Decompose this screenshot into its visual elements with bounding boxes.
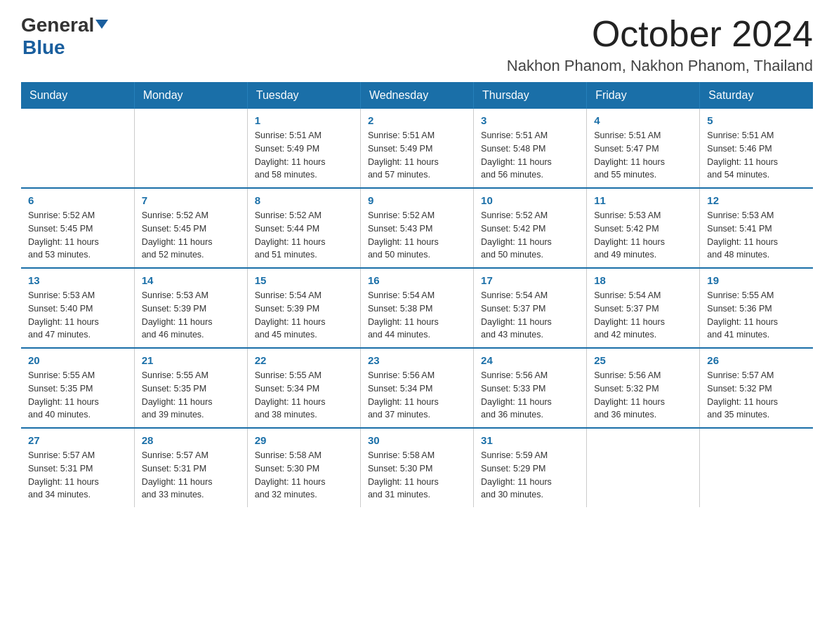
calendar-header-saturday: Saturday xyxy=(700,82,813,109)
day-number: 11 xyxy=(594,194,692,206)
subtitle: Nakhon Phanom, Nakhon Phanom, Thailand xyxy=(507,57,813,75)
day-number: 21 xyxy=(142,354,240,366)
calendar-week-row: 6Sunrise: 5:52 AM Sunset: 5:45 PM Daylig… xyxy=(21,188,813,268)
day-info: Sunrise: 5:56 AM Sunset: 5:33 PM Dayligh… xyxy=(481,369,579,422)
day-number: 6 xyxy=(28,194,127,206)
day-info: Sunrise: 5:53 AM Sunset: 5:41 PM Dayligh… xyxy=(707,209,806,262)
calendar-cell: 26Sunrise: 5:57 AM Sunset: 5:32 PM Dayli… xyxy=(700,348,813,428)
calendar-cell: 24Sunrise: 5:56 AM Sunset: 5:33 PM Dayli… xyxy=(474,348,587,428)
calendar-cell: 3Sunrise: 5:51 AM Sunset: 5:48 PM Daylig… xyxy=(474,109,587,188)
calendar-cell: 31Sunrise: 5:59 AM Sunset: 5:29 PM Dayli… xyxy=(474,428,587,507)
day-info: Sunrise: 5:58 AM Sunset: 5:30 PM Dayligh… xyxy=(255,449,353,502)
calendar-cell: 5Sunrise: 5:51 AM Sunset: 5:46 PM Daylig… xyxy=(700,109,813,188)
day-info: Sunrise: 5:55 AM Sunset: 5:36 PM Dayligh… xyxy=(707,289,806,342)
main-title: October 2024 xyxy=(507,14,813,54)
calendar-cell: 20Sunrise: 5:55 AM Sunset: 5:35 PM Dayli… xyxy=(21,348,134,428)
calendar-cell: 8Sunrise: 5:52 AM Sunset: 5:44 PM Daylig… xyxy=(247,188,360,268)
day-info: Sunrise: 5:51 AM Sunset: 5:49 PM Dayligh… xyxy=(255,129,353,182)
day-number: 7 xyxy=(142,194,240,206)
day-number: 5 xyxy=(707,114,806,126)
logo-general-text: General xyxy=(21,14,94,36)
day-number: 3 xyxy=(481,114,579,126)
calendar-cell: 23Sunrise: 5:56 AM Sunset: 5:34 PM Dayli… xyxy=(360,348,473,428)
calendar-cell: 12Sunrise: 5:53 AM Sunset: 5:41 PM Dayli… xyxy=(700,188,813,268)
calendar-cell: 11Sunrise: 5:53 AM Sunset: 5:42 PM Dayli… xyxy=(587,188,700,268)
day-number: 9 xyxy=(368,194,466,206)
day-info: Sunrise: 5:53 AM Sunset: 5:39 PM Dayligh… xyxy=(142,289,240,342)
calendar-cell: 22Sunrise: 5:55 AM Sunset: 5:34 PM Dayli… xyxy=(247,348,360,428)
logo: General Blue xyxy=(21,14,108,59)
calendar-cell: 25Sunrise: 5:56 AM Sunset: 5:32 PM Dayli… xyxy=(587,348,700,428)
calendar-cell: 14Sunrise: 5:53 AM Sunset: 5:39 PM Dayli… xyxy=(134,268,247,348)
calendar-cell: 9Sunrise: 5:52 AM Sunset: 5:43 PM Daylig… xyxy=(360,188,473,268)
day-info: Sunrise: 5:55 AM Sunset: 5:35 PM Dayligh… xyxy=(142,369,240,422)
calendar-week-row: 13Sunrise: 5:53 AM Sunset: 5:40 PM Dayli… xyxy=(21,268,813,348)
calendar-cell: 13Sunrise: 5:53 AM Sunset: 5:40 PM Dayli… xyxy=(21,268,134,348)
logo-row1: General xyxy=(21,14,108,36)
day-number: 23 xyxy=(368,354,466,366)
day-info: Sunrise: 5:52 AM Sunset: 5:45 PM Dayligh… xyxy=(28,209,127,262)
day-number: 31 xyxy=(481,434,579,446)
day-info: Sunrise: 5:54 AM Sunset: 5:38 PM Dayligh… xyxy=(368,289,466,342)
calendar-cell: 10Sunrise: 5:52 AM Sunset: 5:42 PM Dayli… xyxy=(474,188,587,268)
calendar-cell: 21Sunrise: 5:55 AM Sunset: 5:35 PM Dayli… xyxy=(134,348,247,428)
day-number: 22 xyxy=(255,354,353,366)
day-info: Sunrise: 5:51 AM Sunset: 5:47 PM Dayligh… xyxy=(594,129,692,182)
day-number: 29 xyxy=(255,434,353,446)
logo-blue-text: Blue xyxy=(21,36,108,59)
calendar-header-wednesday: Wednesday xyxy=(360,82,473,109)
day-number: 12 xyxy=(707,194,806,206)
calendar-week-row: 27Sunrise: 5:57 AM Sunset: 5:31 PM Dayli… xyxy=(21,428,813,507)
day-number: 24 xyxy=(481,354,579,366)
calendar-cell xyxy=(587,428,700,507)
calendar-cell xyxy=(21,109,134,188)
calendar-header-row: SundayMondayTuesdayWednesdayThursdayFrid… xyxy=(21,82,813,109)
day-info: Sunrise: 5:52 AM Sunset: 5:45 PM Dayligh… xyxy=(142,209,240,262)
day-number: 16 xyxy=(368,274,466,286)
calendar-cell: 2Sunrise: 5:51 AM Sunset: 5:49 PM Daylig… xyxy=(360,109,473,188)
logo-triangle-icon xyxy=(95,20,108,29)
calendar-cell: 19Sunrise: 5:55 AM Sunset: 5:36 PM Dayli… xyxy=(700,268,813,348)
day-info: Sunrise: 5:53 AM Sunset: 5:42 PM Dayligh… xyxy=(594,209,692,262)
calendar-week-row: 20Sunrise: 5:55 AM Sunset: 5:35 PM Dayli… xyxy=(21,348,813,428)
day-info: Sunrise: 5:57 AM Sunset: 5:31 PM Dayligh… xyxy=(142,449,240,502)
day-number: 8 xyxy=(255,194,353,206)
day-info: Sunrise: 5:55 AM Sunset: 5:35 PM Dayligh… xyxy=(28,369,127,422)
day-number: 28 xyxy=(142,434,240,446)
calendar-cell xyxy=(134,109,247,188)
calendar-header-thursday: Thursday xyxy=(474,82,587,109)
day-info: Sunrise: 5:52 AM Sunset: 5:42 PM Dayligh… xyxy=(481,209,579,262)
calendar-cell: 15Sunrise: 5:54 AM Sunset: 5:39 PM Dayli… xyxy=(247,268,360,348)
day-number: 13 xyxy=(28,274,127,286)
day-number: 18 xyxy=(594,274,692,286)
day-number: 10 xyxy=(481,194,579,206)
calendar-week-row: 1Sunrise: 5:51 AM Sunset: 5:49 PM Daylig… xyxy=(21,109,813,188)
calendar-cell: 18Sunrise: 5:54 AM Sunset: 5:37 PM Dayli… xyxy=(587,268,700,348)
calendar-cell: 30Sunrise: 5:58 AM Sunset: 5:30 PM Dayli… xyxy=(360,428,473,507)
day-number: 17 xyxy=(481,274,579,286)
day-info: Sunrise: 5:51 AM Sunset: 5:48 PM Dayligh… xyxy=(481,129,579,182)
day-info: Sunrise: 5:59 AM Sunset: 5:29 PM Dayligh… xyxy=(481,449,579,502)
calendar-header-friday: Friday xyxy=(587,82,700,109)
day-info: Sunrise: 5:54 AM Sunset: 5:37 PM Dayligh… xyxy=(481,289,579,342)
day-number: 25 xyxy=(594,354,692,366)
day-number: 1 xyxy=(255,114,353,126)
day-info: Sunrise: 5:58 AM Sunset: 5:30 PM Dayligh… xyxy=(368,449,466,502)
day-number: 2 xyxy=(368,114,466,126)
day-number: 26 xyxy=(707,354,806,366)
calendar-table: SundayMondayTuesdayWednesdayThursdayFrid… xyxy=(21,82,813,507)
day-info: Sunrise: 5:56 AM Sunset: 5:32 PM Dayligh… xyxy=(594,369,692,422)
calendar-cell: 6Sunrise: 5:52 AM Sunset: 5:45 PM Daylig… xyxy=(21,188,134,268)
calendar-cell xyxy=(700,428,813,507)
day-info: Sunrise: 5:52 AM Sunset: 5:43 PM Dayligh… xyxy=(368,209,466,262)
page-header: General Blue October 2024 Nakhon Phanom,… xyxy=(21,14,813,75)
day-info: Sunrise: 5:54 AM Sunset: 5:37 PM Dayligh… xyxy=(594,289,692,342)
day-number: 27 xyxy=(28,434,127,446)
calendar-cell: 4Sunrise: 5:51 AM Sunset: 5:47 PM Daylig… xyxy=(587,109,700,188)
day-info: Sunrise: 5:53 AM Sunset: 5:40 PM Dayligh… xyxy=(28,289,127,342)
calendar-cell: 27Sunrise: 5:57 AM Sunset: 5:31 PM Dayli… xyxy=(21,428,134,507)
calendar-cell: 17Sunrise: 5:54 AM Sunset: 5:37 PM Dayli… xyxy=(474,268,587,348)
title-section: October 2024 Nakhon Phanom, Nakhon Phano… xyxy=(507,14,813,75)
day-info: Sunrise: 5:51 AM Sunset: 5:46 PM Dayligh… xyxy=(707,129,806,182)
calendar-cell: 7Sunrise: 5:52 AM Sunset: 5:45 PM Daylig… xyxy=(134,188,247,268)
